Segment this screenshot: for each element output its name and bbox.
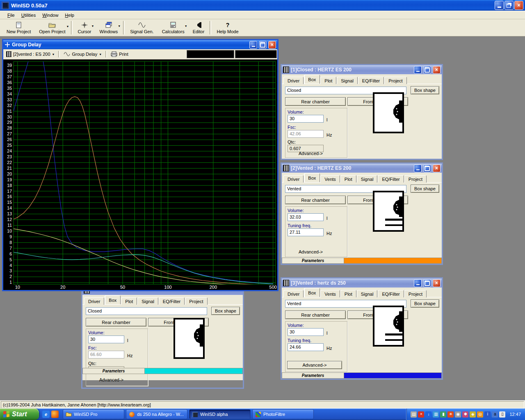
tab-driver[interactable]: Driver	[283, 175, 304, 183]
new-project-button[interactable]: New Project	[2, 19, 35, 36]
box-shape-button[interactable]: Box shape	[411, 185, 439, 193]
project-window-titlebar[interactable]: [3]Vented : hertz ds 250 ×	[282, 278, 442, 288]
pda-sync-icon[interactable]: ▮	[440, 411, 446, 418]
restore-button[interactable]	[504, 1, 514, 10]
rear-chamber-button[interactable]: Rear chamber	[86, 318, 146, 326]
advanced-button[interactable]: Advanced->	[99, 377, 123, 382]
open-project-dropdown-arrow[interactable]: ▼	[66, 25, 69, 28]
editor-button[interactable]: Editor	[189, 19, 209, 36]
maximize-button[interactable]	[423, 164, 431, 172]
close-button[interactable]: ×	[268, 41, 276, 49]
tab-plot[interactable]: Plot	[340, 175, 356, 183]
calculators-button[interactable]: Calculators ▼	[158, 19, 189, 36]
tab-box[interactable]: Box	[304, 288, 320, 297]
menu-help[interactable]: Help	[62, 12, 78, 18]
start-button[interactable]: Start	[0, 409, 39, 420]
tab-box[interactable]: Box	[304, 75, 320, 84]
task-button-winisd-pro[interactable]: WinISD Pro	[63, 409, 124, 419]
advanced-button[interactable]: Advanced->	[299, 151, 323, 156]
tab-project[interactable]: Project	[404, 290, 427, 297]
minimize-button[interactable]	[414, 66, 422, 74]
advanced-button[interactable]: Advanced->	[299, 249, 323, 254]
close-button[interactable]: ×	[433, 279, 441, 287]
network-monitor-icon[interactable]: ▥	[433, 411, 439, 418]
task-button-photofiltre[interactable]: PhotoFiltre	[252, 409, 314, 419]
group-delay-titlebar[interactable]: Group Delay ×	[3, 40, 277, 49]
volume-input[interactable]: 32.03	[288, 213, 324, 221]
layout-L-icon[interactable]: ▯	[499, 411, 505, 418]
box-type-field[interactable]: Closed	[86, 307, 207, 315]
menu-window[interactable]: Window	[39, 12, 62, 18]
tab-signal[interactable]: Signal	[357, 175, 378, 183]
cursor-button[interactable]: Cursor ▼	[74, 19, 96, 36]
internet-explorer-icon[interactable]: e	[42, 411, 50, 418]
tab-eq-filter[interactable]: EQ/Filter	[378, 175, 404, 183]
tab-driver[interactable]: Driver	[84, 297, 104, 305]
tab-project[interactable]: Project	[185, 297, 207, 305]
tab-signal[interactable]: Signal	[137, 297, 158, 305]
red-sun-icon[interactable]: ☀	[447, 411, 454, 418]
close-button[interactable]: ×	[514, 1, 523, 10]
maximize-button[interactable]	[259, 41, 267, 49]
close-button[interactable]: ×	[433, 164, 441, 172]
printer-tray-icon[interactable]: ▤	[411, 411, 417, 418]
project-window-titlebar[interactable]: [2]Vented : HERTZ ES 200 ×	[282, 164, 442, 173]
tab-plot[interactable]: Plot	[340, 290, 356, 297]
tab-box[interactable]: Box	[105, 295, 121, 304]
volume-input[interactable]: 30	[288, 115, 324, 123]
firefox-icon[interactable]	[51, 411, 59, 418]
tab-eq-filter[interactable]: EQ/Filter	[159, 297, 185, 305]
windows-dropdown-arrow[interactable]: ▼	[118, 25, 121, 27]
tab-signal[interactable]: Signal	[357, 290, 378, 297]
maximize-button[interactable]	[423, 279, 431, 287]
minimize-button[interactable]	[414, 164, 422, 172]
rear-chamber-button[interactable]: Rear chamber	[285, 310, 346, 319]
close-button[interactable]: ×	[433, 66, 441, 74]
tuning-freq-input[interactable]: 24.66	[288, 343, 324, 351]
maximize-button[interactable]	[423, 66, 431, 74]
tab-project[interactable]: Project	[384, 77, 406, 84]
rear-chamber-button[interactable]: Rear chamber	[285, 196, 346, 204]
app-titlebar[interactable]: WinISD 0.50a7 ×	[0, 0, 525, 11]
volume-input[interactable]: 30	[288, 328, 324, 336]
graphics-utility-icon[interactable]: ◈	[470, 411, 476, 418]
box-shape-button[interactable]: Box shape	[411, 86, 439, 94]
info-ball-icon[interactable]: i	[484, 411, 491, 418]
tab-driver[interactable]: Driver	[283, 77, 304, 84]
box-shape-button[interactable]: Box shape	[211, 307, 240, 315]
mouse-settings-icon[interactable]: ◉	[455, 411, 461, 418]
menu-utilities[interactable]: Utilities	[18, 12, 39, 18]
plot-type-dropdown[interactable]: Group Delay ▼	[62, 51, 104, 57]
volume-speaker-icon[interactable]: ◎	[477, 411, 483, 418]
volume-input[interactable]: 30	[88, 336, 124, 343]
windows-button[interactable]: Windows ▼	[96, 19, 122, 36]
download-arrow-icon[interactable]: ↓	[425, 411, 431, 418]
tab-box[interactable]: Box	[304, 173, 320, 182]
signal-gen-button[interactable]: Signal Gen.	[126, 19, 158, 36]
tab-signal[interactable]: Signal	[337, 77, 358, 84]
menu-file[interactable]: File	[4, 12, 18, 18]
tab-project[interactable]: Project	[404, 175, 427, 183]
tab-plot[interactable]: Plot	[320, 77, 336, 84]
language-a-icon[interactable]: a	[492, 411, 498, 418]
calculators-dropdown-arrow[interactable]: ▼	[185, 25, 187, 27]
project-window-titlebar[interactable]: [1]Closed : HERTZ ES 200 ×	[282, 65, 442, 74]
user-status-icon[interactable]: ✱	[462, 411, 468, 418]
cursor-dropdown-arrow[interactable]: ▼	[91, 25, 94, 27]
minimize-button[interactable]	[414, 279, 422, 287]
task-button-winisd-alpha[interactable]: WinISD alpha	[189, 409, 251, 419]
minimize-button[interactable]	[249, 41, 257, 49]
tab-driver[interactable]: Driver	[283, 290, 304, 297]
group-delay-chart-area[interactable]: 1234567891011121314151617181920212223242…	[3, 59, 277, 290]
tab-eq-filter[interactable]: EQ/Filter	[378, 290, 404, 297]
advanced-button[interactable]: Advanced->	[287, 361, 342, 369]
tuning-freq-input[interactable]: 27.11	[288, 228, 324, 236]
group-delay-chart[interactable]: 1234567891011121314151617181920212223242…	[3, 59, 277, 290]
task-button-firefox-allegro[interactable]: ds 250 na Allegro - W...	[126, 409, 187, 419]
minimize-button[interactable]	[495, 1, 504, 10]
rear-chamber-button[interactable]: Rear chamber	[285, 97, 346, 106]
tab-eq-filter[interactable]: EQ/Filter	[358, 77, 384, 84]
open-project-button[interactable]: Open Project ▼	[35, 19, 69, 36]
project-selector-dropdown[interactable]: [2]vented : ES 200 ▼	[4, 50, 57, 58]
print-button[interactable]: Print	[109, 50, 130, 58]
